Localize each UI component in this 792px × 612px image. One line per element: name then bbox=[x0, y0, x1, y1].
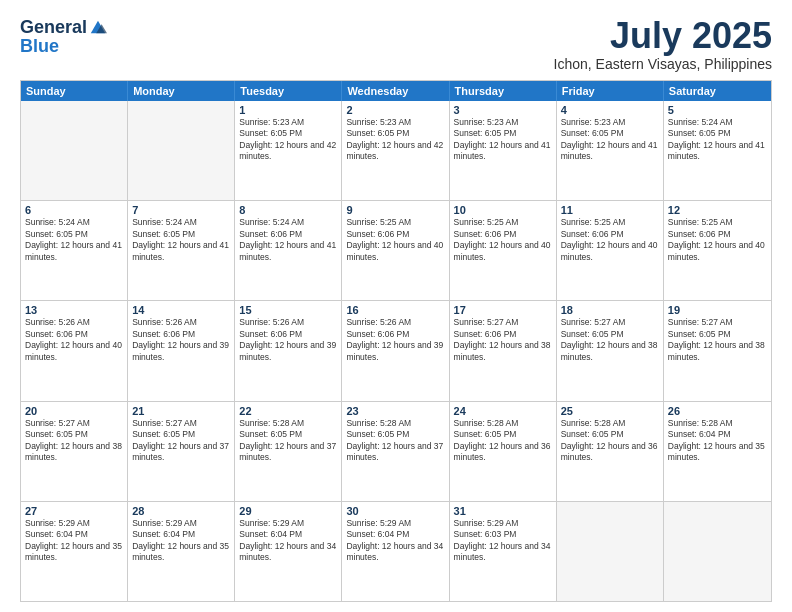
day-number: 15 bbox=[239, 304, 337, 316]
calendar-cell: 31Sunrise: 5:29 AM Sunset: 6:03 PM Dayli… bbox=[450, 502, 557, 601]
calendar-cell: 27Sunrise: 5:29 AM Sunset: 6:04 PM Dayli… bbox=[21, 502, 128, 601]
calendar-cell bbox=[557, 502, 664, 601]
day-number: 22 bbox=[239, 405, 337, 417]
day-number: 3 bbox=[454, 104, 552, 116]
calendar-cell: 29Sunrise: 5:29 AM Sunset: 6:04 PM Dayli… bbox=[235, 502, 342, 601]
calendar-cell: 4Sunrise: 5:23 AM Sunset: 6:05 PM Daylig… bbox=[557, 101, 664, 200]
calendar-cell: 7Sunrise: 5:24 AM Sunset: 6:05 PM Daylig… bbox=[128, 201, 235, 300]
page: General Blue July 2025 Ichon, Eastern Vi… bbox=[0, 0, 792, 612]
day-number: 11 bbox=[561, 204, 659, 216]
cell-detail: Sunrise: 5:27 AM Sunset: 6:05 PM Dayligh… bbox=[132, 418, 230, 464]
header: General Blue July 2025 Ichon, Eastern Vi… bbox=[20, 18, 772, 72]
calendar-cell: 14Sunrise: 5:26 AM Sunset: 6:06 PM Dayli… bbox=[128, 301, 235, 400]
cell-detail: Sunrise: 5:29 AM Sunset: 6:04 PM Dayligh… bbox=[239, 518, 337, 564]
day-number: 25 bbox=[561, 405, 659, 417]
weekday-header: Thursday bbox=[450, 81, 557, 101]
calendar-cell: 10Sunrise: 5:25 AM Sunset: 6:06 PM Dayli… bbox=[450, 201, 557, 300]
cell-detail: Sunrise: 5:26 AM Sunset: 6:06 PM Dayligh… bbox=[239, 317, 337, 363]
calendar-row: 6Sunrise: 5:24 AM Sunset: 6:05 PM Daylig… bbox=[21, 201, 771, 301]
calendar-row: 20Sunrise: 5:27 AM Sunset: 6:05 PM Dayli… bbox=[21, 402, 771, 502]
weekday-header: Friday bbox=[557, 81, 664, 101]
calendar-cell: 22Sunrise: 5:28 AM Sunset: 6:05 PM Dayli… bbox=[235, 402, 342, 501]
calendar-header: SundayMondayTuesdayWednesdayThursdayFrid… bbox=[21, 81, 771, 101]
month-title: July 2025 bbox=[554, 18, 772, 54]
logo: General Blue bbox=[20, 18, 107, 57]
calendar-cell bbox=[128, 101, 235, 200]
logo-blue-text: Blue bbox=[20, 36, 59, 56]
cell-detail: Sunrise: 5:29 AM Sunset: 6:04 PM Dayligh… bbox=[25, 518, 123, 564]
calendar-cell: 28Sunrise: 5:29 AM Sunset: 6:04 PM Dayli… bbox=[128, 502, 235, 601]
calendar-cell: 13Sunrise: 5:26 AM Sunset: 6:06 PM Dayli… bbox=[21, 301, 128, 400]
calendar-cell: 6Sunrise: 5:24 AM Sunset: 6:05 PM Daylig… bbox=[21, 201, 128, 300]
calendar-cell: 12Sunrise: 5:25 AM Sunset: 6:06 PM Dayli… bbox=[664, 201, 771, 300]
cell-detail: Sunrise: 5:24 AM Sunset: 6:06 PM Dayligh… bbox=[239, 217, 337, 263]
location-title: Ichon, Eastern Visayas, Philippines bbox=[554, 56, 772, 72]
calendar-cell: 23Sunrise: 5:28 AM Sunset: 6:05 PM Dayli… bbox=[342, 402, 449, 501]
weekday-header: Monday bbox=[128, 81, 235, 101]
day-number: 8 bbox=[239, 204, 337, 216]
day-number: 29 bbox=[239, 505, 337, 517]
cell-detail: Sunrise: 5:29 AM Sunset: 6:04 PM Dayligh… bbox=[132, 518, 230, 564]
calendar-cell: 21Sunrise: 5:27 AM Sunset: 6:05 PM Dayli… bbox=[128, 402, 235, 501]
day-number: 28 bbox=[132, 505, 230, 517]
cell-detail: Sunrise: 5:25 AM Sunset: 6:06 PM Dayligh… bbox=[454, 217, 552, 263]
day-number: 9 bbox=[346, 204, 444, 216]
day-number: 1 bbox=[239, 104, 337, 116]
cell-detail: Sunrise: 5:28 AM Sunset: 6:05 PM Dayligh… bbox=[454, 418, 552, 464]
calendar-cell: 16Sunrise: 5:26 AM Sunset: 6:06 PM Dayli… bbox=[342, 301, 449, 400]
cell-detail: Sunrise: 5:26 AM Sunset: 6:06 PM Dayligh… bbox=[25, 317, 123, 363]
cell-detail: Sunrise: 5:23 AM Sunset: 6:05 PM Dayligh… bbox=[561, 117, 659, 163]
cell-detail: Sunrise: 5:25 AM Sunset: 6:06 PM Dayligh… bbox=[668, 217, 767, 263]
calendar-row: 13Sunrise: 5:26 AM Sunset: 6:06 PM Dayli… bbox=[21, 301, 771, 401]
calendar-cell: 5Sunrise: 5:24 AM Sunset: 6:05 PM Daylig… bbox=[664, 101, 771, 200]
day-number: 2 bbox=[346, 104, 444, 116]
day-number: 14 bbox=[132, 304, 230, 316]
calendar-cell: 26Sunrise: 5:28 AM Sunset: 6:04 PM Dayli… bbox=[664, 402, 771, 501]
day-number: 4 bbox=[561, 104, 659, 116]
cell-detail: Sunrise: 5:27 AM Sunset: 6:05 PM Dayligh… bbox=[668, 317, 767, 363]
weekday-header: Wednesday bbox=[342, 81, 449, 101]
calendar: SundayMondayTuesdayWednesdayThursdayFrid… bbox=[20, 80, 772, 602]
cell-detail: Sunrise: 5:28 AM Sunset: 6:05 PM Dayligh… bbox=[239, 418, 337, 464]
calendar-cell: 3Sunrise: 5:23 AM Sunset: 6:05 PM Daylig… bbox=[450, 101, 557, 200]
calendar-cell: 20Sunrise: 5:27 AM Sunset: 6:05 PM Dayli… bbox=[21, 402, 128, 501]
calendar-cell: 15Sunrise: 5:26 AM Sunset: 6:06 PM Dayli… bbox=[235, 301, 342, 400]
day-number: 10 bbox=[454, 204, 552, 216]
cell-detail: Sunrise: 5:24 AM Sunset: 6:05 PM Dayligh… bbox=[668, 117, 767, 163]
day-number: 6 bbox=[25, 204, 123, 216]
calendar-cell: 30Sunrise: 5:29 AM Sunset: 6:04 PM Dayli… bbox=[342, 502, 449, 601]
cell-detail: Sunrise: 5:24 AM Sunset: 6:05 PM Dayligh… bbox=[132, 217, 230, 263]
calendar-cell bbox=[21, 101, 128, 200]
cell-detail: Sunrise: 5:27 AM Sunset: 6:06 PM Dayligh… bbox=[454, 317, 552, 363]
weekday-header: Sunday bbox=[21, 81, 128, 101]
calendar-cell: 17Sunrise: 5:27 AM Sunset: 6:06 PM Dayli… bbox=[450, 301, 557, 400]
cell-detail: Sunrise: 5:23 AM Sunset: 6:05 PM Dayligh… bbox=[346, 117, 444, 163]
day-number: 5 bbox=[668, 104, 767, 116]
cell-detail: Sunrise: 5:27 AM Sunset: 6:05 PM Dayligh… bbox=[561, 317, 659, 363]
day-number: 20 bbox=[25, 405, 123, 417]
cell-detail: Sunrise: 5:26 AM Sunset: 6:06 PM Dayligh… bbox=[346, 317, 444, 363]
cell-detail: Sunrise: 5:28 AM Sunset: 6:05 PM Dayligh… bbox=[561, 418, 659, 464]
calendar-body: 1Sunrise: 5:23 AM Sunset: 6:05 PM Daylig… bbox=[21, 101, 771, 601]
weekday-header: Tuesday bbox=[235, 81, 342, 101]
calendar-cell: 19Sunrise: 5:27 AM Sunset: 6:05 PM Dayli… bbox=[664, 301, 771, 400]
day-number: 18 bbox=[561, 304, 659, 316]
cell-detail: Sunrise: 5:25 AM Sunset: 6:06 PM Dayligh… bbox=[346, 217, 444, 263]
day-number: 19 bbox=[668, 304, 767, 316]
calendar-cell bbox=[664, 502, 771, 601]
calendar-cell: 25Sunrise: 5:28 AM Sunset: 6:05 PM Dayli… bbox=[557, 402, 664, 501]
day-number: 27 bbox=[25, 505, 123, 517]
cell-detail: Sunrise: 5:23 AM Sunset: 6:05 PM Dayligh… bbox=[239, 117, 337, 163]
logo-general-text: General bbox=[20, 18, 87, 36]
day-number: 13 bbox=[25, 304, 123, 316]
cell-detail: Sunrise: 5:23 AM Sunset: 6:05 PM Dayligh… bbox=[454, 117, 552, 163]
logo-icon bbox=[89, 18, 107, 36]
day-number: 23 bbox=[346, 405, 444, 417]
header-right: July 2025 Ichon, Eastern Visayas, Philip… bbox=[554, 18, 772, 72]
cell-detail: Sunrise: 5:29 AM Sunset: 6:04 PM Dayligh… bbox=[346, 518, 444, 564]
cell-detail: Sunrise: 5:28 AM Sunset: 6:05 PM Dayligh… bbox=[346, 418, 444, 464]
calendar-cell: 18Sunrise: 5:27 AM Sunset: 6:05 PM Dayli… bbox=[557, 301, 664, 400]
cell-detail: Sunrise: 5:29 AM Sunset: 6:03 PM Dayligh… bbox=[454, 518, 552, 564]
day-number: 12 bbox=[668, 204, 767, 216]
day-number: 26 bbox=[668, 405, 767, 417]
